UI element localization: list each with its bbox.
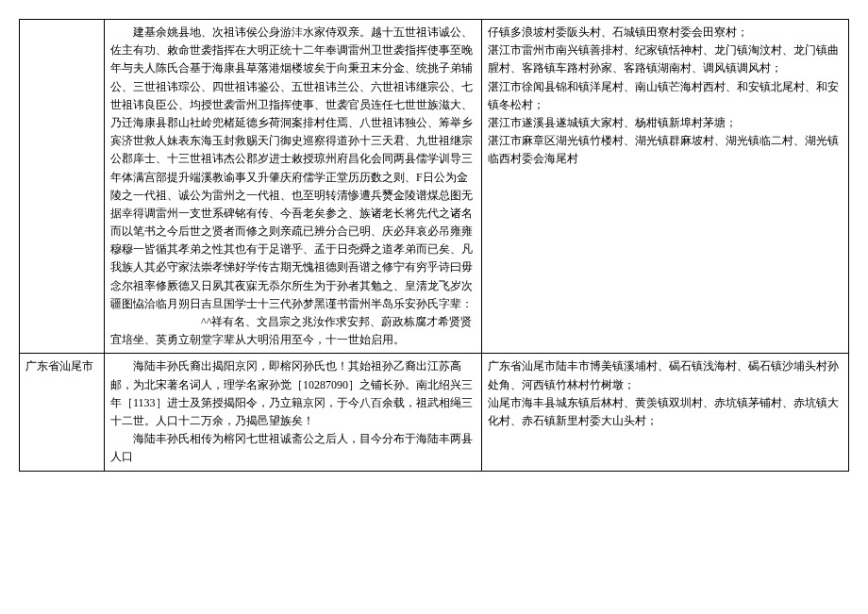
genealogy-table: 建基余姚县地、次祖讳侯公身游沣水家侍双亲。越十五世祖讳诚公、佐主有功、敕命世袭指…	[19, 19, 849, 472]
village-line: 湛江市麻章区湖光镇竹楼村、湖光镇群麻坡村、湖光镇临二村、湖光镇临西村委会海尾村	[488, 134, 839, 165]
village-line: 湛江市雷州市南兴镇善排村、纪家镇恬神村、龙门镇淘汶村、龙门镇曲腥村、客路镇车路村…	[488, 43, 839, 75]
desc-paragraph: 建基余姚县地、次祖讳侯公身游沣水家侍双亲。越十五世祖讳诚公、佐主有功、敕命世袭指…	[110, 24, 476, 313]
village-line: 汕尾市海丰县城东镇后林村、黄羡镇双圳村、赤坑镇茅铺村、赤坑镇大化村、赤石镇新里村…	[488, 396, 839, 427]
villages-cell: 仔镇多浪坡村委阪头村、石城镇田寮村委会田寮村； 湛江市雷州市南兴镇善排村、纪家镇…	[482, 20, 849, 354]
desc-paragraph: 海陆丰孙氏相传为榕冈七世祖诚斋公之后人，目今分布于海陆丰两县人口	[110, 430, 476, 466]
desc-paragraph: 宜培坐、英勇立朝堂字辈从大明沿用至今，十一世始启用。	[110, 333, 405, 346]
poem-line: ^^祥有名、文昌宗之兆汝作求安邦、蔚政栋腐才希贤贤	[110, 313, 476, 331]
village-line: 广东省汕尾市陆丰市博美镇溪埔村、碣石镇浅海村、碣石镇沙埔头村孙处角、河西镇竹林村…	[488, 359, 839, 390]
region-cell	[20, 20, 105, 354]
villages-cell: 广东省汕尾市陆丰市博美镇溪埔村、碣石镇浅海村、碣石镇沙埔头村孙处角、河西镇竹林村…	[482, 354, 849, 471]
desc-paragraph: 海陆丰孙氏裔出揭阳京冈，即榕冈孙氏也！其始祖孙乙裔出江苏高邮，为北宋著名词人，理…	[110, 357, 476, 430]
village-line: 湛江市遂溪县遂城镇大家村、杨柑镇新埠村茅塘；	[488, 116, 737, 129]
village-line: 湛江市徐闻县锦和镇洋尾村、南山镇芒海村西村、和安镇北尾村、和安镇冬松村；	[488, 80, 839, 111]
table-row: 建基余姚县地、次祖讳侯公身游沣水家侍双亲。越十五世祖讳诚公、佐主有功、敕命世袭指…	[20, 20, 849, 354]
village-line: 仔镇多浪坡村委阪头村、石城镇田寮村委会田寮村；	[488, 25, 748, 39]
description-cell: 海陆丰孙氏裔出揭阳京冈，即榕冈孙氏也！其始祖孙乙裔出江苏高邮，为北宋著名词人，理…	[105, 354, 482, 471]
region-text: 广东省汕尾市	[25, 359, 93, 373]
description-cell: 建基余姚县地、次祖讳侯公身游沣水家侍双亲。越十五世祖讳诚公、佐主有功、敕命世袭指…	[105, 20, 482, 354]
region-cell: 广东省汕尾市	[20, 354, 105, 471]
table-row: 广东省汕尾市 海陆丰孙氏裔出揭阳京冈，即榕冈孙氏也！其始祖孙乙裔出江苏高邮，为北…	[20, 354, 849, 471]
